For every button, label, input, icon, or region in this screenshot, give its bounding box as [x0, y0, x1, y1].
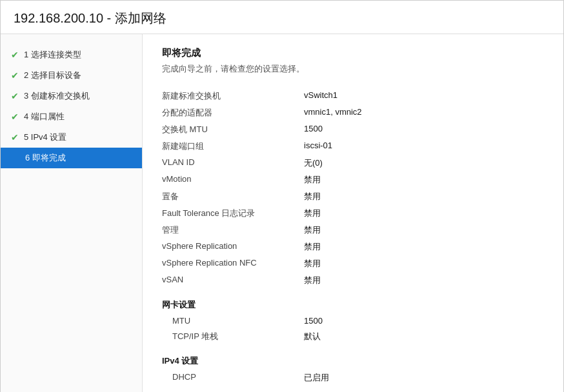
row-label: 新建端口组 [162, 138, 304, 155]
row-label: 新建标准交换机 [162, 88, 304, 104]
row-label: VLAN ID [162, 155, 304, 172]
row-label: 管理 [162, 222, 304, 239]
row-value: 禁用 [304, 239, 544, 255]
table-row: DHCP已启用 [162, 369, 544, 386]
row-label: DHCP [162, 369, 304, 386]
table-row: 管理禁用 [162, 222, 544, 239]
row-value: vmnic1, vmnic2 [304, 104, 544, 121]
step-label: 5 IPv4 设置 [24, 132, 66, 143]
check-icon: ✔ [11, 91, 19, 101]
section-desc: 完成向导之前，请检查您的设置选择。 [162, 63, 544, 75]
row-label: MTU [162, 313, 304, 328]
sidebar-item-step2[interactable]: ✔2 选择目标设备 [1, 65, 142, 86]
content-area: ✔1 选择连接类型✔2 选择目标设备✔3 创建标准交换机✔4 端口属性✔5 IP… [1, 34, 563, 392]
check-icon: ✔ [11, 50, 19, 60]
section-title: 即将完成 [162, 47, 544, 59]
step-label: 3 创建标准交换机 [24, 90, 90, 102]
row-label: 交换机 MTU [162, 121, 304, 138]
row-value: iscsi-01 [304, 138, 544, 155]
sidebar-item-step1[interactable]: ✔1 选择连接类型 [1, 44, 142, 65]
row-value: 禁用 [304, 205, 544, 222]
step-label: 1 选择连接类型 [24, 49, 81, 61]
table-row: 分配的适配器vmnic1, vmnic2 [162, 104, 544, 121]
sidebar-item-step6[interactable]: 6 即将完成 [1, 148, 142, 168]
row-label: 置备 [162, 188, 304, 205]
row-value: 默认 [304, 328, 544, 345]
row-label: vMotion [162, 172, 304, 188]
table-row: vMotion禁用 [162, 172, 544, 188]
table-row: vSphere Replication NFC禁用 [162, 255, 544, 272]
row-label: Fault Tolerance 日志记录 [162, 205, 304, 222]
table-row: 交换机 MTU1500 [162, 121, 544, 138]
row-label: vSAN [162, 272, 304, 289]
table-row: IPv4 设置 [162, 345, 544, 369]
row-value: 禁用 [304, 188, 544, 205]
table-row: 网卡设置 [162, 289, 544, 313]
row-value: 禁用 [304, 222, 544, 239]
sidebar: ✔1 选择连接类型✔2 选择目标设备✔3 创建标准交换机✔4 端口属性✔5 IP… [1, 34, 143, 392]
sidebar-item-step3[interactable]: ✔3 创建标准交换机 [1, 86, 142, 106]
row-label: vSphere Replication NFC [162, 255, 304, 272]
row-value: vSwitch1 [304, 88, 544, 104]
title-bar: 192.168.200.10 - 添加网络 [1, 1, 563, 34]
table-row: 置备禁用 [162, 188, 544, 205]
table-row: 新建标准交换机vSwitch1 [162, 88, 544, 104]
main-panel: 即将完成 完成向导之前，请检查您的设置选择。 新建标准交换机vSwitch1分配… [143, 34, 563, 392]
row-value: 禁用 [304, 272, 544, 289]
table-row: vSAN禁用 [162, 272, 544, 289]
row-label: vSphere Replication [162, 239, 304, 255]
row-value: 禁用 [304, 172, 544, 188]
check-icon: ✔ [11, 112, 19, 122]
step-label: 4 端口属性 [24, 111, 65, 122]
group-header: 网卡设置 [162, 289, 544, 313]
step-label: 6 即将完成 [25, 152, 66, 164]
table-row: TCP/IP 堆栈默认 [162, 328, 544, 345]
main-window: 192.168.200.10 - 添加网络 ✔1 选择连接类型✔2 选择目标设备… [0, 0, 564, 392]
group-header: IPv4 设置 [162, 345, 544, 369]
step-label: 2 选择目标设备 [24, 70, 81, 81]
table-row: vSphere Replication禁用 [162, 239, 544, 255]
table-row: MTU1500 [162, 313, 544, 328]
row-value: 1500 [304, 121, 544, 138]
row-value: 禁用 [304, 255, 544, 272]
sidebar-item-step5[interactable]: ✔5 IPv4 设置 [1, 127, 142, 148]
check-icon: ✔ [11, 132, 19, 142]
table-row: 新建端口组iscsi-01 [162, 138, 544, 155]
row-label: TCP/IP 堆栈 [162, 328, 304, 345]
info-table: 新建标准交换机vSwitch1分配的适配器vmnic1, vmnic2交换机 M… [162, 88, 544, 386]
sidebar-item-step4[interactable]: ✔4 端口属性 [1, 106, 142, 127]
table-row: Fault Tolerance 日志记录禁用 [162, 205, 544, 222]
row-label: 分配的适配器 [162, 104, 304, 121]
window-title: 192.168.200.10 - 添加网络 [14, 10, 550, 27]
row-value: 无(0) [304, 155, 544, 172]
table-row: VLAN ID无(0) [162, 155, 544, 172]
row-value: 已启用 [304, 369, 544, 386]
check-icon: ✔ [11, 70, 19, 81]
row-value: 1500 [304, 313, 544, 328]
